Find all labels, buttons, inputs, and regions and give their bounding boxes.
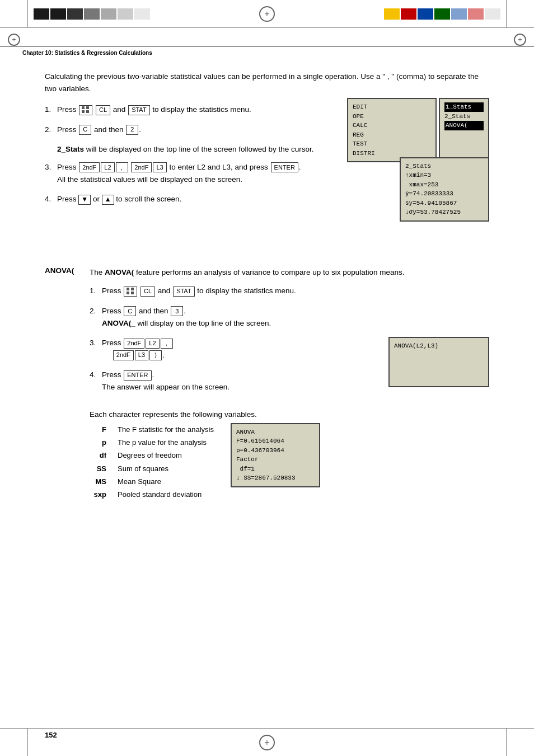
key-stat[interactable]: STAT (128, 105, 149, 115)
bar-4 (84, 8, 100, 20)
left-color-bars (28, 0, 156, 27)
key-grid-anova[interactable] (124, 287, 137, 297)
var-sxp: sxp Pooled standard deviation (90, 488, 214, 501)
key-2[interactable]: 2 (126, 125, 138, 135)
key-2ndf-a1[interactable]: 2ndF (124, 339, 144, 349)
anova-header: ANOVA( The ANOVA( feature performs an an… (45, 266, 489, 279)
bar-r2 (401, 8, 416, 20)
anova-step-2-num: 2. (90, 305, 99, 317)
bottom-corner-right (506, 729, 534, 756)
step-1-text: Press CL and STAT to display the statist… (57, 104, 251, 116)
variables-and-screen: F The F statistic for the analysis p The… (90, 423, 489, 501)
var-ss-desc: Sum of squares (118, 462, 168, 475)
bar-r6 (468, 8, 484, 20)
key-c-anova[interactable]: C (124, 306, 136, 316)
key-cl-anova[interactable]: CL (140, 287, 155, 297)
right-color-bars (378, 0, 506, 27)
grid-icon (82, 106, 90, 114)
key-2ndf-2[interactable]: 2ndF (131, 162, 152, 172)
var-ms-desc: Mean Square (118, 475, 161, 488)
anova-steps: 1. Press CL and STAT to display the stat… (45, 285, 489, 501)
anova-step-3-num: 3. (90, 337, 99, 349)
key-l2[interactable]: L2 (101, 162, 114, 172)
key-l2-a[interactable]: L2 (146, 339, 159, 349)
step-4-text: Press ▼ or ▲ to scroll the screen. (57, 193, 181, 205)
key-l3[interactable]: L3 (153, 162, 166, 172)
2stats-desc: 2_Stats will be displayed on the top lin… (57, 143, 336, 156)
calc-screen-menu: EDIT OPE CALC REG TEST DISTRI (347, 98, 437, 162)
step-2-text: Press C and then 2. (57, 124, 141, 136)
calc-screen-stats: 1_Stats2_Stats ANOVA( (439, 98, 489, 162)
anova-step-3: 3. Press 2ndFL2, 2ndFL3). (90, 337, 377, 361)
anova-section: ANOVA( The ANOVA( feature performs an an… (45, 266, 489, 501)
key-3[interactable]: 3 (171, 306, 183, 316)
anova-step3-with-screen: 3. Press 2ndFL2, 2ndFL3). 4. (90, 337, 489, 401)
calc-screen-4: ANOVA F=0.615614064 p=0.436703964 Factor… (231, 423, 320, 487)
var-df-desc: Degrees of freedom (118, 449, 182, 462)
side-marker-right (514, 34, 526, 46)
var-p-desc: The p value for the analysis (118, 436, 207, 449)
bar-r5 (451, 8, 467, 20)
anova-step-1-num: 1. (90, 285, 99, 297)
anova-step-2: 2. Press C and then 3. ANOVA(_ will disp… (90, 305, 489, 329)
var-df: df Degrees of freedom (90, 449, 214, 462)
step-2: 2. Press C and then 2. (45, 124, 336, 136)
top-header (0, 0, 534, 28)
anova-step-4-num: 4. (90, 369, 99, 381)
bar-7 (134, 8, 150, 20)
var-f: F The F statistic for the analysis (90, 423, 214, 436)
calc-screen-4-wrapper: ANOVA F=0.615614064 p=0.436703964 Factor… (231, 423, 320, 487)
grid-icon-anova (127, 288, 134, 295)
intro-text: Calculating the previous two-variable st… (45, 71, 489, 95)
var-ss-name: SS (90, 462, 106, 475)
calc-screen-3-wrapper: ANOVA(L2,L3) (388, 337, 489, 387)
bar-3 (67, 8, 83, 20)
key-stat-anova[interactable]: STAT (173, 287, 194, 297)
step-2-num: 2. (45, 124, 54, 136)
var-sxp-name: sxp (90, 488, 106, 501)
top-corner-right (506, 0, 534, 27)
bar-1 (34, 8, 49, 20)
var-f-desc: The F statistic for the analysis (118, 423, 214, 436)
key-grid[interactable] (79, 105, 92, 115)
variables-section: Each character represents the following … (90, 410, 489, 501)
side-marker-left (8, 34, 20, 46)
anova-step3-left: 3. Press 2ndFL2, 2ndFL3). 4. (90, 337, 377, 401)
steps-left: 1. Press CL and STAT to display the stat… (45, 104, 336, 213)
step-4-num: 4. (45, 193, 54, 205)
key-comma-1[interactable]: , (116, 162, 128, 172)
top-corner-left (0, 0, 28, 27)
key-2ndf-a2[interactable]: 2ndF (113, 350, 134, 360)
key-c[interactable]: C (79, 125, 91, 135)
anova-step-1: 1. Press CL and STAT to display the stat… (90, 285, 489, 297)
bar-r4 (434, 8, 450, 20)
bar-r3 (418, 8, 433, 20)
key-down[interactable]: ▼ (78, 195, 91, 205)
var-ss: SS Sum of squares (90, 462, 214, 475)
key-up[interactable]: ▲ (102, 195, 114, 205)
bar-5 (101, 8, 116, 20)
top-center (156, 0, 378, 27)
variables-list: F The F statistic for the analysis p The… (90, 423, 214, 501)
calc-screen-1-wrapper: EDIT OPE CALC REG TEST DISTRI 1_Stats2_S… (347, 98, 489, 162)
key-l3-a[interactable]: L3 (135, 350, 148, 360)
key-paren-a[interactable]: ) (149, 350, 162, 360)
key-enter-1[interactable]: ENTER (271, 162, 298, 172)
var-p-name: p (90, 436, 106, 449)
key-comma-a[interactable]: , (161, 339, 173, 349)
chapter-header: Chapter 10: Statistics & Regression Calc… (0, 46, 534, 59)
step-3-text: Press 2ndFL2, 2ndFL3 to enter L2 and L3,… (57, 161, 301, 185)
anova-step-4: 4. Press ENTER. The answer will appear o… (90, 369, 377, 393)
calc-screen-1-dual: EDIT OPE CALC REG TEST DISTRI 1_Stats2_S… (347, 98, 489, 162)
step-3: 3. Press 2ndFL2, 2ndFL3 to enter L2 and … (45, 161, 336, 185)
compass-icon (259, 6, 275, 22)
key-cl[interactable]: CL (96, 105, 110, 115)
var-ms-name: MS (90, 475, 106, 488)
key-2ndf-1[interactable]: 2ndF (79, 162, 100, 172)
anova-desc: The ANOVA( feature performs an analysis … (90, 266, 405, 279)
var-f-name: F (90, 423, 106, 436)
anova-step-1-text: Press CL and STAT to display the statist… (102, 285, 296, 297)
key-enter-a[interactable]: ENTER (124, 370, 151, 381)
var-ms: MS Mean Square (90, 475, 214, 488)
var-df-name: df (90, 449, 106, 462)
